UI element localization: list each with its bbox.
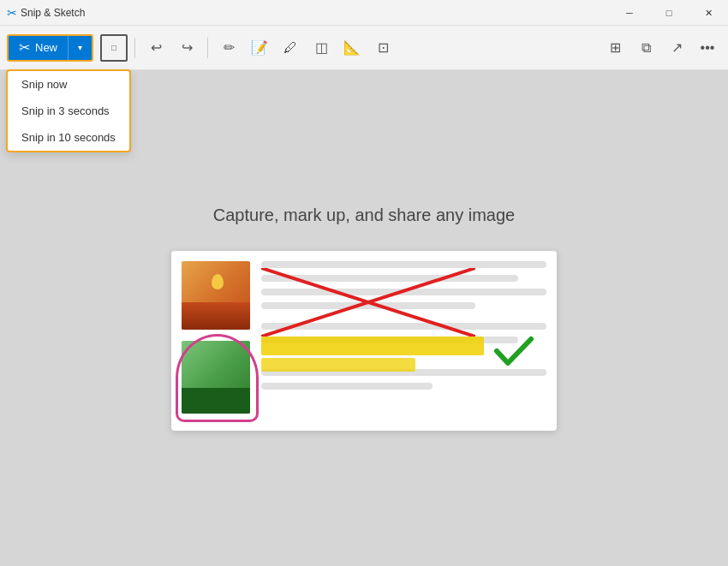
line-1 bbox=[261, 261, 546, 268]
redo-icon: ↪ bbox=[182, 39, 193, 56]
line-5 bbox=[261, 323, 546, 330]
ballpoint-pen-button[interactable]: ✏ bbox=[215, 34, 242, 62]
share-button[interactable]: ↗ bbox=[663, 34, 690, 62]
yellow-highlight-2 bbox=[261, 358, 415, 372]
ruler-button[interactable]: 📐 bbox=[338, 34, 366, 62]
titlebar: ✂ Snip & Sketch ─ □ ✕ bbox=[0, 0, 728, 26]
toolbar-separator-2 bbox=[207, 38, 208, 58]
eraser-button[interactable]: ◫ bbox=[307, 34, 335, 62]
snip-now-item[interactable]: Snip now bbox=[8, 71, 129, 98]
maximize-button[interactable]: □ bbox=[649, 0, 689, 26]
eraser-icon: ◫ bbox=[315, 39, 328, 56]
new-dropdown-menu: Snip now Snip in 3 seconds Snip in 10 se… bbox=[7, 70, 130, 152]
tagline: Capture, mark up, and share any image bbox=[213, 206, 515, 225]
new-dropdown-arrow[interactable]: ▾ bbox=[68, 36, 92, 60]
crop-icon: ⊡ bbox=[378, 39, 389, 56]
line-3 bbox=[261, 289, 546, 295]
highlighter-icon: 🖊 bbox=[283, 40, 297, 56]
new-button-group: ✂ New ▾ bbox=[7, 34, 93, 62]
scissors-icon: ✂ bbox=[19, 39, 30, 56]
new-label: New bbox=[35, 41, 57, 54]
ballpoint-pen-icon: ✏ bbox=[224, 39, 235, 56]
window-capture-button[interactable]: □ bbox=[100, 34, 128, 62]
ruler-icon: 📐 bbox=[343, 39, 361, 56]
share-icon: ↗ bbox=[671, 39, 683, 56]
chevron-down-icon: ▾ bbox=[78, 43, 82, 52]
copy-screen-icon: ⊞ bbox=[610, 39, 621, 56]
titlebar-controls: ─ □ ✕ bbox=[610, 0, 728, 26]
pencil-icon: 📝 bbox=[251, 39, 268, 56]
toolbar-separator-1 bbox=[134, 38, 135, 58]
redo-button[interactable]: ↪ bbox=[173, 34, 200, 62]
thumbnail-1 bbox=[182, 261, 250, 330]
line-2 bbox=[261, 275, 518, 282]
yellow-highlight-1 bbox=[261, 337, 484, 355]
app-icon: ✂ bbox=[7, 6, 17, 20]
undo-icon: ↩ bbox=[151, 39, 162, 56]
snip-3s-item[interactable]: Snip in 3 seconds bbox=[8, 98, 129, 124]
undo-button[interactable]: ↩ bbox=[142, 34, 170, 62]
toolbar-right: ⊞ ⧉ ↗ ••• bbox=[601, 34, 721, 62]
snip-10s-item[interactable]: Snip in 10 seconds bbox=[8, 124, 129, 151]
line-8 bbox=[261, 383, 433, 390]
heart-outline bbox=[176, 334, 259, 422]
copy-screen-button[interactable]: ⊞ bbox=[601, 34, 629, 62]
ellipsis-icon: ••• bbox=[701, 40, 715, 56]
balloon bbox=[212, 274, 224, 289]
highlighter-button[interactable]: 🖊 bbox=[277, 34, 304, 62]
close-button[interactable]: ✕ bbox=[689, 0, 728, 26]
preview-image bbox=[171, 251, 557, 431]
minimize-button[interactable]: ─ bbox=[610, 0, 649, 26]
line-4 bbox=[261, 302, 475, 309]
pencil-button[interactable]: 📝 bbox=[246, 34, 273, 62]
copy-icon: ⧉ bbox=[641, 40, 651, 56]
new-main-button[interactable]: ✂ New bbox=[9, 36, 68, 60]
more-options-button[interactable]: ••• bbox=[694, 34, 721, 62]
toolbar: ✂ New ▾ □ ↩ ↪ ✏ 📝 🖊 ◫ 📐 ⊡ ⊞ ⧉ bbox=[0, 26, 728, 70]
copy-button[interactable]: ⧉ bbox=[632, 34, 659, 62]
crop-button[interactable]: ⊡ bbox=[369, 34, 397, 62]
titlebar-title: Snip & Sketch bbox=[21, 7, 85, 19]
window-icon: □ bbox=[111, 43, 116, 52]
